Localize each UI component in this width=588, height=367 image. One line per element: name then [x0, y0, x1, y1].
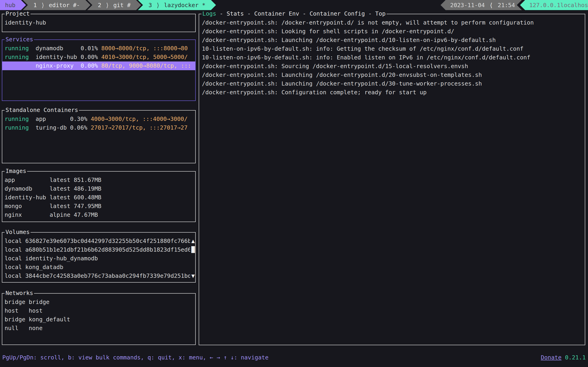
service-ports: 80/tcp, 9000→8080/tcp, :::: [101, 61, 195, 70]
app-version: 0.21.1: [565, 354, 586, 361]
log-line: /docker-entrypoint.sh: /docker-entrypoin…: [199, 18, 585, 27]
tab-logs[interactable]: Logs: [202, 10, 216, 17]
image-tag: alpine: [50, 211, 74, 219]
logs-panel[interactable]: Logs - Stats - Container Env - Container…: [199, 14, 585, 345]
services-panel-title: Services: [5, 36, 34, 43]
image-name: identity-hub: [5, 193, 50, 202]
tab-container-env[interactable]: Container Env: [254, 10, 299, 17]
standalone-panel-title: Standalone Containers: [5, 107, 79, 114]
tmux-host-badge: 127.0.0.1localhos: [520, 0, 588, 10]
network-driver: bridge: [5, 315, 29, 324]
network-name: none: [29, 324, 43, 333]
volume-row[interactable]: local a680b51b1e21dbf21b6b62d883905d525d…: [2, 245, 195, 254]
image-row[interactable]: app latest 851.67MB: [2, 176, 195, 184]
volume-row[interactable]: local identity-hub_dynamodb: [2, 254, 195, 263]
service-name: dynamodb: [36, 44, 81, 53]
network-row[interactable]: bridge kong_default: [2, 315, 195, 324]
network-row[interactable]: host host: [2, 307, 195, 315]
image-size: 47.67MB: [74, 211, 195, 219]
tab-stats[interactable]: Stats: [226, 10, 244, 17]
image-row[interactable]: nginx alpine 47.67MB: [2, 211, 195, 219]
log-line: /docker-entrypoint.sh: Launching /docker…: [199, 79, 585, 88]
tmux-time: 21:54: [498, 2, 515, 8]
container-name: turing-db: [36, 123, 70, 132]
service-name: nginx-proxy: [36, 61, 81, 70]
image-size: 851.67MB: [74, 176, 195, 184]
container-name: app: [36, 115, 70, 123]
service-row[interactable]: running identity-hub 0.00% 4010→3000/tcp…: [2, 53, 195, 61]
log-line: /docker-entrypoint.sh: Configuration com…: [199, 88, 585, 97]
tmux-windows: hub 1 ⟩ editor #- 2 ⟩ git # 3 ⟩ lazydock…: [0, 0, 216, 10]
network-name: kong_default: [29, 315, 70, 324]
tab-separator: -: [216, 10, 226, 17]
container-row[interactable]: running app 0.30% 4000→3000/tcp, :::4000…: [2, 115, 195, 123]
image-size: 600.48MB: [74, 193, 195, 202]
log-line: /docker-entrypoint.sh: Launching /docker…: [199, 71, 585, 79]
tab-container-config[interactable]: Container Config: [310, 10, 365, 17]
services-panel[interactable]: Services running dynamodb 0.01% 8000→800…: [2, 40, 196, 101]
log-output: /docker-entrypoint.sh: /docker-entrypoin…: [199, 14, 585, 97]
networks-panel[interactable]: Networks bridge bridge host host bridge …: [2, 293, 196, 345]
scrollbar-thumb[interactable]: █: [190, 245, 195, 254]
tmux-datetime: 2023-11-04 ⟨ 21:54: [441, 0, 522, 10]
image-name: dynamodb: [5, 184, 50, 193]
tmux-window-flags: #-: [73, 2, 80, 8]
image-size: 486.19MB: [74, 184, 195, 193]
tmux-window-flags: #: [127, 2, 130, 8]
log-line: /docker-entrypoint.sh: Launching /docker…: [199, 36, 585, 44]
image-row[interactable]: mongo latest 747.95MB: [2, 202, 195, 211]
tab-separator: -: [244, 10, 254, 17]
network-driver: bridge: [5, 298, 29, 307]
image-row[interactable]: dynamodb latest 486.19MB: [2, 184, 195, 193]
volume-row[interactable]: local 3844cbe7c42583a0eb776c73abaa0c294f…: [2, 272, 195, 280]
volume-name: 636827e39e6073bc0d442997d32255b50c4f2518…: [25, 237, 190, 245]
service-cpu: 0.00%: [81, 61, 101, 70]
tmux-window-1[interactable]: 1 ⟩ editor #-: [23, 0, 90, 10]
image-tag: latest: [50, 176, 74, 184]
tab-top[interactable]: Top: [375, 10, 386, 17]
volume-driver: local: [5, 254, 25, 263]
standalone-containers-panel[interactable]: Standalone Containers running app 0.30% …: [2, 110, 196, 163]
image-row[interactable]: identity-hub latest 600.48MB: [2, 193, 195, 202]
container-cpu: 0.30%: [70, 115, 91, 123]
container-ports: 27017→27017/tcp, :::27017→27: [91, 123, 195, 132]
network-driver: null: [5, 324, 29, 333]
project-panel[interactable]: Project identity-hub: [2, 14, 196, 32]
volumes-panel-title: Volumes: [5, 229, 31, 236]
service-row[interactable]: running dynamodb 0.01% 8000→8000/tcp, ::…: [2, 44, 195, 53]
volume-driver: local: [5, 245, 25, 254]
tab-separator: -: [299, 10, 309, 17]
volume-name: identity-hub_dynamodb: [25, 254, 190, 263]
log-line: 10-listen-on-ipv6-by-default.sh: info: E…: [199, 53, 585, 62]
scroll-up-icon[interactable]: ▲: [190, 237, 195, 245]
service-row-selected[interactable]: nginx-proxy 0.00% 80/tcp, 9000→8080/tcp,…: [2, 61, 195, 70]
service-cpu: 0.00%: [81, 53, 101, 61]
container-row[interactable]: running turing-db 0.06% 27017→27017/tcp,…: [2, 123, 195, 132]
volume-row[interactable]: local kong_datadb: [2, 263, 195, 272]
volumes-panel[interactable]: Volumes local 636827e39e6073bc0d442997d3…: [2, 232, 196, 283]
container-status: running: [5, 115, 36, 123]
container-ports: 4000→3000/tcp, :::4000→3000/: [91, 115, 195, 123]
scrollbar-track: [190, 254, 195, 263]
tmux-window-name: editor: [49, 2, 69, 8]
network-row[interactable]: null none: [2, 324, 195, 333]
project-name-row[interactable]: identity-hub: [2, 18, 195, 27]
network-name: bridge: [29, 298, 49, 307]
chevron-right-icon: ⟩: [156, 2, 160, 9]
scroll-down-icon[interactable]: ▼: [190, 272, 195, 280]
tmux-window-3-active[interactable]: 3 ⟩ lazydocker *: [138, 0, 216, 10]
networks-panel-title: Networks: [5, 290, 34, 297]
donate-link[interactable]: Donate: [541, 354, 561, 361]
images-panel[interactable]: Images app latest 851.67MB dynamodb late…: [2, 171, 196, 222]
volume-row[interactable]: local 636827e39e6073bc0d442997d32255b50c…: [2, 237, 195, 245]
service-ports: 8000→8000/tcp, :::8000→80: [101, 44, 195, 53]
images-panel-title: Images: [5, 168, 27, 175]
volume-driver: local: [5, 237, 25, 245]
network-row[interactable]: bridge bridge: [2, 298, 195, 307]
volume-driver: local: [5, 272, 25, 280]
image-name: mongo: [5, 202, 50, 211]
image-size: 747.95MB: [74, 202, 195, 211]
tmux-date: 2023-11-04: [450, 2, 485, 8]
service-ports: 4010→3000/tcp, 5000→5000/: [101, 53, 195, 61]
tmux-window-2[interactable]: 2 ⟩ git #: [87, 0, 141, 10]
